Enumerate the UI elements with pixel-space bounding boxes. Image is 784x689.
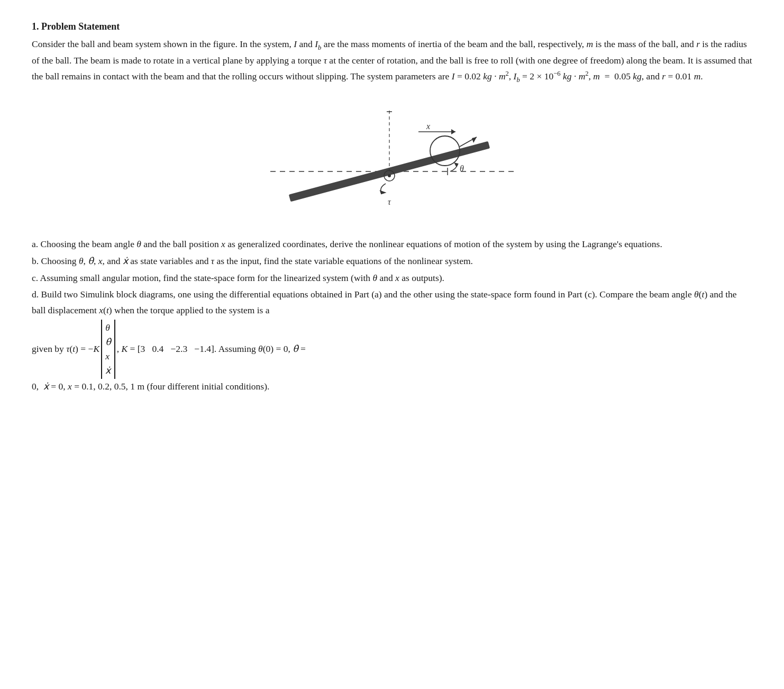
state-vector-matrix: θ θ̇ x ẋ [101, 320, 115, 379]
svg-marker-12 [454, 162, 458, 167]
svg-marker-4 [378, 191, 386, 196]
svg-marker-8 [451, 129, 455, 134]
beam-diagram-svg: τ x θ [254, 100, 530, 222]
svg-text:τ: τ [388, 197, 391, 206]
last-line: 0, ẋ = 0, x = 0.1, 0.2, 0.5, 1 m (four d… [32, 379, 752, 395]
problem-body: Consider the ball and beam system shown … [32, 37, 752, 85]
svg-marker-16 [472, 137, 477, 143]
given-by-line: given by τ(t) = −K θ θ̇ x ẋ , K = [3 0.4… [32, 320, 752, 379]
part-a: a. Choosing the beam angle θ and the bal… [32, 237, 752, 252]
svg-text:θ: θ [460, 164, 464, 173]
problem-statement: 1. Problem Statement Consider the ball a… [32, 21, 752, 395]
part-b: b. Choosing θ, θ̇, x, and ẋ as state var… [32, 253, 752, 269]
svg-text:x: x [426, 122, 430, 131]
svg-point-3 [388, 174, 391, 177]
beam-diagram-container: τ x θ [32, 100, 752, 222]
problem-title: 1. Problem Statement [32, 21, 752, 32]
part-c: c. Assuming small angular motion, find t… [32, 270, 752, 286]
parts-section: a. Choosing the beam angle θ and the bal… [32, 237, 752, 395]
part-d: d. Build two Simulink block diagrams, on… [32, 287, 752, 319]
